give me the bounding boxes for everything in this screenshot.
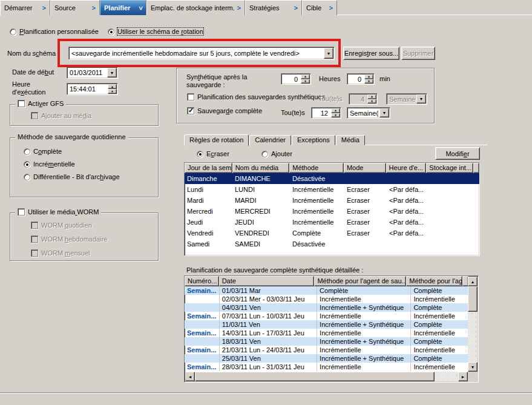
- table-cell: Samedi: [185, 240, 232, 248]
- table-row[interactable]: LundiLUNDIIncrémentielleEcraser<Par défa…: [185, 184, 479, 195]
- spin-up-icon[interactable]: ▲: [331, 108, 340, 113]
- chevron-down-icon[interactable]: ▼: [107, 68, 117, 77]
- scroll-up-icon[interactable]: ▲: [468, 277, 478, 286]
- table-row[interactable]: VendrediVENDREDIComplèteEcraser<Par défa…: [185, 228, 479, 239]
- table-cell: [185, 295, 220, 303]
- chevron-down-icon[interactable]: ▼: [379, 108, 389, 117]
- table-row[interactable]: 18/03/11 VenIncrémentielle + Synthétique…: [185, 337, 468, 346]
- radio-daily-1[interactable]: Complète: [24, 148, 62, 155]
- table-row[interactable]: DimancheDIMANCHEDésactivée: [185, 173, 479, 184]
- plan-every-spinner: 4 ▲▼: [349, 93, 378, 105]
- radio-daily-3[interactable]: Différentielle - Bit d'archivage: [24, 173, 120, 180]
- column-header[interactable]: Heure d'e...: [386, 163, 427, 173]
- checkbox-icon: [31, 235, 38, 243]
- vertical-scroll-thumb[interactable]: [468, 286, 478, 312]
- table-row[interactable]: Semain...28/03/11 Lun - 31/03/11 JeuIncr…: [185, 363, 468, 371]
- column-header[interactable]: Méthode pour l'ag: [406, 276, 462, 286]
- rotation-rules-table: Jour de la sem...Nom du médiaMéthodeMode…: [184, 162, 480, 256]
- column-header[interactable]: Jour de la sem...: [185, 163, 232, 173]
- synthetic-hours-spinner[interactable]: 0 ▲▼: [281, 73, 311, 85]
- gfs-append-label: Ajouter au média: [41, 112, 91, 119]
- full-every-spinner[interactable]: 12 ▲▼: [311, 107, 341, 119]
- table-row[interactable]: JeudiJEUDIIncrémentielleEcraser<Par défa…: [185, 217, 479, 228]
- tab-m-dia[interactable]: Média: [336, 135, 365, 145]
- radio-append[interactable]: Ajouter: [261, 150, 292, 157]
- checkbox-icon: [18, 208, 25, 216]
- tab-calendrier[interactable]: Calendrier: [249, 135, 291, 145]
- chevron-down-icon: >: [137, 6, 143, 10]
- horizontal-scrollbar[interactable]: ◄ ►: [185, 372, 468, 381]
- full-backup-checkbox[interactable]: Sauvegarde complète: [187, 107, 262, 114]
- radio-custom-plan[interactable]: Planification personnalisée: [10, 28, 99, 35]
- table-row[interactable]: SamediSAMEDIDésactivée: [185, 239, 479, 249]
- exec-time-label: Heure: [12, 81, 30, 88]
- table-row[interactable]: Semain...01/03/11 MarComplèteComplète: [185, 286, 468, 295]
- gfs-enable-checkbox[interactable]: Activer GFS: [18, 100, 64, 107]
- spin-up-icon[interactable]: ▲: [364, 74, 373, 79]
- table-cell: Désactivée: [290, 240, 344, 248]
- spin-down-icon[interactable]: ▼: [331, 113, 340, 118]
- table-row[interactable]: Semain...14/03/11 Lun - 17/03/11 JeuIncr…: [185, 329, 468, 337]
- synthetic-min-spinner[interactable]: 0 ▲▼: [347, 73, 375, 85]
- column-header[interactable]: Nom du média: [232, 163, 290, 173]
- exec-time-spinner[interactable]: 15:44:01 ▲▼: [67, 83, 118, 95]
- spin-up-icon[interactable]: ▲: [301, 74, 310, 79]
- table-cell: <Par défa...: [387, 208, 427, 215]
- vertical-scrollbar[interactable]: ▲ ▼: [468, 277, 478, 372]
- spin-down-icon[interactable]: ▼: [108, 89, 117, 94]
- table-row[interactable]: 04/03/11 VenIncrémentielle + Synthétique…: [185, 303, 468, 312]
- tab-r-gles-de-rotation[interactable]: Règles de rotation: [184, 134, 249, 146]
- table-cell: <Par défa...: [387, 229, 427, 237]
- column-header[interactable]: Date: [219, 276, 315, 286]
- spin-up-icon[interactable]: ▲: [108, 84, 117, 89]
- synthetic-plan-checkbox[interactable]: Planification des sauvegardes synthétiqu…: [187, 93, 325, 100]
- wizard-tab-4[interactable]: Emplac. de stockage interm.>: [146, 0, 245, 15]
- horizontal-scroll-thumb[interactable]: [195, 372, 435, 381]
- table-cell: Incrémentielle: [411, 346, 468, 354]
- table-cell: [185, 354, 220, 363]
- wizard-tab-5[interactable]: Stratégies>: [245, 0, 302, 15]
- column-header[interactable]: Numéro...: [185, 276, 219, 286]
- radio-daily-2[interactable]: Incrémentielle: [24, 160, 75, 168]
- spin-down-icon[interactable]: ▼: [301, 79, 310, 84]
- worm-enable-checkbox[interactable]: Utiliser le média WORM: [18, 208, 99, 216]
- scroll-right-icon[interactable]: ►: [458, 372, 468, 381]
- table-cell: Semain...: [185, 329, 220, 337]
- gfs-group: Activer GFS Ajouter au média: [10, 104, 159, 126]
- spin-down-icon[interactable]: ▼: [364, 79, 373, 84]
- scroll-left-icon[interactable]: ◄: [185, 372, 195, 381]
- tab-exceptions[interactable]: Exceptions: [292, 135, 335, 145]
- modify-button[interactable]: Modifier: [435, 147, 480, 160]
- table-cell: Incrémentielle + Synthétique: [317, 320, 411, 329]
- wizard-tab-2[interactable]: Source>: [50, 0, 100, 15]
- table-cell: Incrémentielle: [317, 329, 411, 337]
- wizard-tab-3[interactable]: Planifier>: [100, 0, 146, 15]
- schema-name-combobox[interactable]: <sauvegarde incrémentielle hebdomadaire …: [68, 47, 335, 60]
- wizard-tab-1[interactable]: Démarrer>: [0, 0, 50, 15]
- save-as-button[interactable]: Enregistrer sous...: [343, 47, 399, 60]
- wizard-tab-6[interactable]: Cible>: [302, 0, 337, 15]
- plan-unit-dropdown: Semaine(s) ▼: [386, 93, 427, 105]
- column-header[interactable]: Mode: [344, 163, 386, 173]
- start-date-combobox[interactable]: 01/03/2011 ▼: [67, 67, 118, 79]
- table-row[interactable]: MercrediMERCREDIIncrémentielleEcraser<Pa…: [185, 206, 479, 217]
- table-cell: JEUDI: [232, 219, 290, 226]
- table-row[interactable]: 25/03/11 VenIncrémentielle + Synthétique…: [185, 354, 468, 363]
- table-cell: 11/03/11 Ven: [220, 320, 317, 329]
- radio-overwrite[interactable]: Ecraser: [197, 150, 229, 157]
- table-cell: Lundi: [185, 186, 232, 193]
- full-unit-dropdown[interactable]: Semaine(s) ▼: [347, 107, 390, 119]
- column-header[interactable]: Méthode pour l'agent de sau...: [314, 276, 406, 286]
- table-cell: Complète: [411, 303, 468, 312]
- table-row[interactable]: Semain...21/03/11 Lun - 24/03/11 JeuIncr…: [185, 346, 468, 354]
- radio-daily-1-label: Complète: [33, 148, 62, 155]
- table-row[interactable]: 02/03/11 Mer - 03/03/11 JeuIncrémentiell…: [185, 295, 468, 303]
- column-header[interactable]: Méthode: [289, 163, 344, 173]
- table-row[interactable]: 11/03/11 VenIncrémentielle + Synthétique…: [185, 320, 468, 329]
- radio-rotation-scheme[interactable]: Utiliser le schéma de rotation: [108, 28, 203, 35]
- chevron-down-icon[interactable]: ▼: [324, 48, 333, 59]
- table-row[interactable]: MardiMARDIIncrémentielleEcraser<Par défa…: [185, 195, 479, 206]
- table-row[interactable]: Semain...07/03/11 Lun - 10/03/11 JeuIncr…: [185, 312, 468, 320]
- scroll-down-icon[interactable]: ▼: [468, 362, 478, 372]
- column-header[interactable]: Stockage int...: [426, 163, 473, 173]
